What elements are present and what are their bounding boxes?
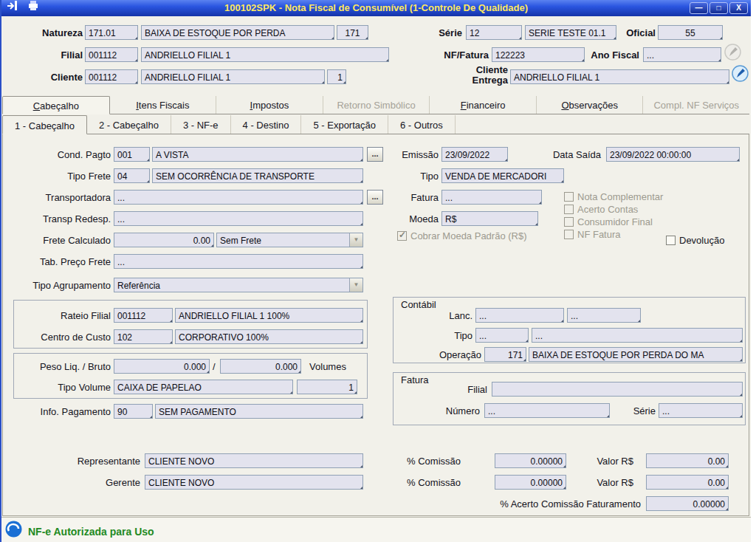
operacao-label: Operação [415,349,481,360]
moeda-label: Moeda [335,213,439,224]
ano-fiscal-field[interactable]: ... [643,47,721,62]
checkbox-icon [564,192,574,202]
lanc-field-1[interactable]: ... [475,308,564,323]
subtab-6-outros[interactable]: 6 - Outros [388,115,456,134]
fatura-serie-field[interactable]: ... [659,403,743,418]
filial-code-field[interactable]: 001112 [85,47,138,62]
info-pagamento-desc-field[interactable]: SEM PAGAMENTO [155,404,363,419]
pct-comissao-label-1: % Comissão [368,456,461,467]
checkbox-icon [564,230,574,239]
checkbox-icon [564,205,574,214]
tab-impostos[interactable]: Impostos [216,96,323,114]
fatura-field[interactable]: ... [441,190,542,205]
peso-label: Peso Liq. / Bruto [7,361,111,372]
tipo-label: Tipo [335,171,439,182]
filial-desc-field[interactable]: ANDRIELLO FILIAL 1 [141,47,389,62]
cliente-code-field[interactable]: 001112 [85,69,138,84]
maximize-button[interactable]: □ [709,2,728,14]
subtab-3-nfe[interactable]: 3 - NF-e [171,115,231,134]
transportadora-field[interactable]: ... [114,190,363,205]
app-logo-icon [5,521,22,538]
statusbar: NF-e Autorizada para Uso [1,517,751,542]
tab-observacoes[interactable]: Observações [537,96,644,114]
natureza-code-field[interactable]: 171.01 [85,25,138,40]
nf-fatura-field[interactable]: 122223 [492,47,585,62]
subtab-1-cabecalho[interactable]: 1 - Cabeçalho [2,115,87,134]
info-pagamento-code-field[interactable]: 90 [114,404,153,419]
lanc-label: Lanc. [413,310,472,321]
peso-liq-field[interactable]: 0.000 [114,359,210,374]
checkbox-label: NF Fatura [577,229,621,240]
subtab-2-cabecalho[interactable]: 2 - Cabeçalho [87,115,171,134]
serie-desc-field[interactable]: SERIE TESTE 01.1 [525,25,616,40]
moeda-field[interactable]: R$ [441,211,538,226]
checkbox-label: Cobrar Moeda Padrão (R$) [410,230,527,241]
cliente-desc-field[interactable]: ANDRIELLO FILIAL 1 [141,69,325,84]
frete-calculado-field[interactable]: 0.00 [114,233,214,247]
frete-tipo-combo: Sem Frete ▼ [216,233,363,247]
lanc-field-2[interactable]: ... [567,308,641,323]
tab-cabecalho[interactable]: Cabeçalho [2,96,110,114]
natureza-extra-field[interactable]: 171 [337,25,368,40]
transportadora-label: Transportadora [7,192,111,203]
tab-preco-frete-field[interactable]: ... [114,254,363,269]
operacao-code-field[interactable]: 171 [484,347,526,362]
cliente-entrega-field[interactable]: ANDRIELLO FILIAL 1 [510,69,729,84]
tipo-volume-label: Tipo Volume [7,382,111,393]
fatura-numero-field[interactable]: ... [484,403,610,418]
subtab-4-destino[interactable]: 4 - Destino [231,115,302,134]
subtab-5-exportacao[interactable]: 5 - Exportação [301,115,388,134]
tipo-frete-code-field[interactable]: 04 [114,168,150,183]
natureza-desc-field[interactable]: BAIXA DE ESTOQUE POR PERDA [141,25,334,40]
tab-financeiro[interactable]: Financeiro [430,96,537,114]
acerto-comissao-field[interactable]: 0.00000 [646,496,729,511]
combo-value: Referência [117,281,160,291]
cond-pagto-desc-field[interactable]: A VISTA [152,147,363,162]
emissao-field[interactable]: 23/09/2022 [441,147,508,162]
valor-field-1[interactable]: 0.00 [646,453,729,468]
centro-custo-desc-field[interactable]: CORPORATIVO 100% [175,329,363,344]
tipo-frete-desc-field[interactable]: SEM OCORRÊNCIA DE TRANSPORTE [152,168,363,183]
contabil-tipo-field-2[interactable]: ... [532,328,743,343]
operacao-desc-field[interactable]: BAIXA DE ESTOQUE POR PERDA DO MA [529,347,743,362]
data-saida-field[interactable]: 23/09/2022 00:00:00 [606,147,740,162]
checkbox-label: Consumidor Final [577,216,653,227]
volume-qty-field[interactable]: 1 [297,380,357,394]
pct-comissao-field-2[interactable]: 0.00000 [495,475,566,490]
edit-note-icon[interactable] [731,64,749,83]
rateio-filial-label: Rateio Filial [7,310,111,321]
cobrar-moeda-checkbox: ✓ Cobrar Moeda Padrão (R$) [397,230,527,241]
centro-custo-label: Centro de Custo [7,332,111,343]
peso-bruto-field[interactable]: 0.000 [220,359,301,374]
tab-label: Compl. NF Serviços [643,100,749,111]
tab-itens-fiscais[interactable]: Itens Fiscais [110,96,217,114]
minimize-button[interactable]: — [690,2,708,14]
centro-custo-code-field[interactable]: 102 [114,329,173,344]
serie-code-field[interactable]: 12 [466,25,522,40]
window-title: 100102SPK - Nota Fiscal de Consumível (1… [1,2,751,13]
representante-field[interactable]: CLIENTE NOVO [145,453,363,468]
tipo-field[interactable]: VENDA DE MERCADORI [441,168,564,183]
transp-redesp-field[interactable]: ... [114,211,363,226]
filial-label: Filial [7,49,83,61]
checkbox-label: Devolução [679,235,724,246]
cliente-loja-field[interactable]: 1 [327,69,346,84]
devolucao-checkbox[interactable]: Devolução [666,234,724,246]
close-button[interactable]: X [729,2,748,14]
cliente-entrega-label: Cliente Entrega [443,65,508,86]
fatura-filial-field[interactable] [492,382,743,397]
cond-pagto-code-field[interactable]: 001 [114,147,150,162]
oficial-field[interactable]: 55 [658,25,723,40]
tipo-volume-field[interactable]: CAIXA DE PAPELAO [114,380,293,394]
gerente-field[interactable]: CLIENTE NOVO [145,475,363,490]
rateio-filial-code-field[interactable]: 001112 [114,308,173,323]
fatura-label: Fatura [335,192,439,203]
pct-comissao-field-1[interactable]: 0.00000 [495,453,566,468]
rateio-filial-desc-field[interactable]: ANDRIELLO FILIAL 1 100% [175,308,363,323]
contabil-tipo-field-1[interactable]: ... [475,328,529,343]
valor-field-2[interactable]: 0.00 [646,475,729,490]
sub-tabstrip: 1 - Cabeçalho 2 - Cabeçalho 3 - NF-e 4 -… [2,115,749,134]
representante-label: Representante [28,456,140,467]
cond-pagto-label: Cond. Pagto [7,149,111,160]
combo-value: Sem Frete [220,236,261,246]
